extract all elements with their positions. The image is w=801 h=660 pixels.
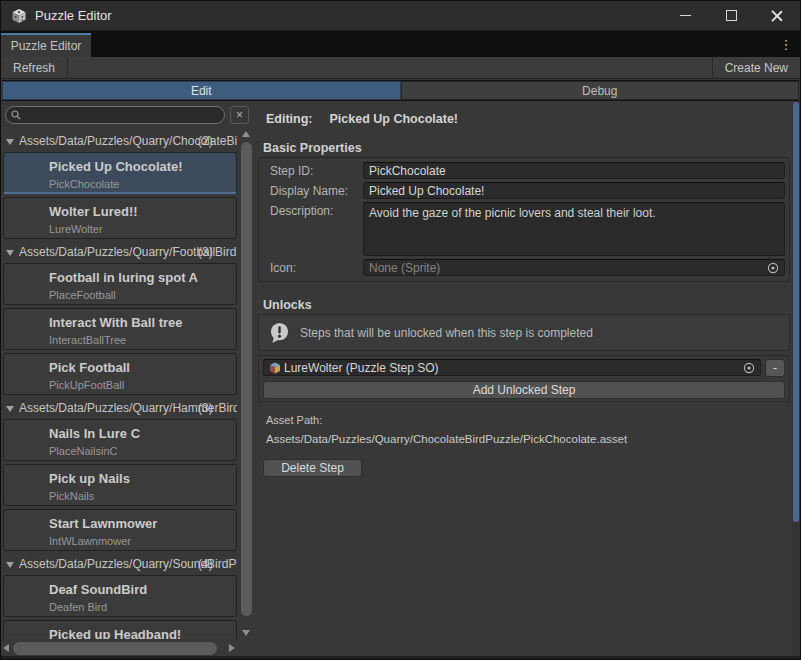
section-foldout-header[interactable]: Assets/Data/Puzzles/Quarry/HammerBirdPuz… bbox=[3, 401, 237, 416]
tab-puzzle-editor[interactable]: Puzzle Editor bbox=[1, 33, 91, 57]
unlock-object-field[interactable]: LureWolter (Puzzle Step SO) bbox=[263, 359, 761, 376]
maximize-button[interactable] bbox=[708, 1, 754, 30]
step-title: Picked up Headband! bbox=[49, 627, 232, 639]
step-id: InteractBallTree bbox=[49, 334, 232, 346]
step-list-item[interactable]: Pick up NailsPickNails bbox=[3, 464, 237, 506]
foldout-arrow-icon bbox=[6, 139, 14, 145]
unlock-object-value: LureWolter (Puzzle Step SO) bbox=[284, 361, 439, 375]
step-list-item[interactable]: Start LawnmowerIntWLawnmower bbox=[3, 509, 237, 551]
description-label: Description: bbox=[263, 202, 363, 256]
remove-unlock-button[interactable]: - bbox=[765, 359, 785, 377]
window-bottom-edge bbox=[1, 656, 800, 659]
scroll-down-arrow-icon[interactable] bbox=[242, 630, 250, 636]
step-title: Pick Football bbox=[49, 360, 232, 375]
step-list-item[interactable]: Pick FootballPickUpFootBall bbox=[3, 353, 237, 395]
step-id: PickChocolate bbox=[49, 178, 232, 190]
sidebar-vertical-scrollbar[interactable] bbox=[240, 129, 253, 638]
step-list-item[interactable]: Nails In Lure CPlaceNailsinC bbox=[3, 419, 237, 461]
sidebar-horizontal-scrollbar[interactable] bbox=[1, 641, 237, 656]
asset-path-value: Assets/Data/Puzzles/Quarry/ChocolateBird… bbox=[266, 433, 627, 445]
editor-scroll-thumb[interactable] bbox=[793, 102, 799, 522]
step-id-input[interactable] bbox=[363, 162, 785, 179]
description-input[interactable]: Avoid the gaze of the picnic lovers and … bbox=[363, 202, 785, 256]
display-name-row: Display Name: bbox=[263, 182, 785, 199]
step-list-item[interactable]: Picked up Headband! bbox=[3, 620, 237, 639]
step-list-item[interactable]: Interact With Ball treeInteractBallTree bbox=[3, 308, 237, 350]
section-count: (3) bbox=[198, 245, 213, 260]
icon-label: Icon: bbox=[263, 259, 363, 276]
step-title: Football in luring spot A bbox=[49, 270, 232, 285]
search-box[interactable] bbox=[5, 106, 225, 124]
basic-properties-title: Basic Properties bbox=[263, 141, 362, 155]
object-picker-icon[interactable] bbox=[743, 362, 755, 374]
description-row: Description: Avoid the gaze of the picni… bbox=[263, 202, 785, 256]
close-button[interactable] bbox=[754, 1, 800, 30]
tab-bar: Puzzle Editor bbox=[1, 31, 800, 57]
step-id: PlaceNailsinC bbox=[49, 445, 232, 457]
unlock-entry-row: LureWolter (Puzzle Step SO) - bbox=[263, 359, 785, 377]
delete-step-button[interactable]: Delete Step bbox=[263, 459, 362, 477]
section-count: (4) bbox=[198, 557, 213, 572]
mode-toggle: Edit Debug bbox=[2, 80, 799, 101]
unlocks-list-box: LureWolter (Puzzle Step SO) - Add Unlock… bbox=[258, 355, 790, 402]
title-bar: Puzzle Editor bbox=[1, 1, 800, 31]
display-name-label: Display Name: bbox=[263, 182, 363, 199]
window-controls bbox=[662, 1, 800, 30]
section-foldout-header[interactable]: Assets/Data/Puzzles/Quarry/FootballBirdP… bbox=[3, 245, 237, 260]
tab-edit[interactable]: Edit bbox=[2, 81, 401, 100]
content-area: × Assets/Data/Puzzles/Quarry/ChocolateBi… bbox=[1, 102, 800, 659]
tab-debug[interactable]: Debug bbox=[401, 81, 800, 100]
editing-label: Editing: bbox=[266, 112, 313, 126]
search-clear-button[interactable]: × bbox=[230, 106, 249, 124]
scriptable-object-icon bbox=[269, 362, 281, 374]
editing-step-name: Picked Up Chocolate! bbox=[330, 112, 459, 126]
step-title: Start Lawnmower bbox=[49, 516, 232, 531]
step-id: Deafen Bird bbox=[49, 601, 232, 613]
vertical-scroll-thumb[interactable] bbox=[241, 142, 252, 616]
icon-row: Icon: None (Sprite) bbox=[263, 259, 785, 276]
kebab-menu-icon[interactable] bbox=[778, 34, 794, 54]
foldout-arrow-icon bbox=[6, 406, 14, 412]
info-bubble-icon bbox=[268, 321, 291, 344]
step-list-item[interactable]: Deaf SoundBirdDeafen Bird bbox=[3, 575, 237, 617]
icon-object-field[interactable]: None (Sprite) bbox=[363, 259, 785, 276]
step-title: Deaf SoundBird bbox=[49, 582, 232, 597]
step-title: Nails In Lure C bbox=[49, 426, 232, 441]
section-count: (3) bbox=[198, 401, 213, 416]
unlocks-info-text: Steps that will be unlocked when this st… bbox=[300, 326, 593, 340]
unlocks-helpbox: Steps that will be unlocked when this st… bbox=[258, 314, 790, 351]
editor-vertical-scrollbar[interactable] bbox=[792, 102, 800, 656]
step-id: PlaceFootball bbox=[49, 289, 232, 301]
step-list-item[interactable]: Wolter Lured!!LureWolter bbox=[3, 197, 237, 239]
section-count: (2) bbox=[198, 134, 213, 149]
basic-properties-box: Step ID: Display Name: Description: Avoi… bbox=[258, 157, 790, 282]
icon-object-value: None (Sprite) bbox=[369, 261, 440, 275]
display-name-input[interactable] bbox=[363, 182, 785, 199]
add-unlocked-step-button[interactable]: Add Unlocked Step bbox=[263, 381, 785, 399]
step-list-item[interactable]: Football in luring spot APlaceFootball bbox=[3, 263, 237, 305]
scroll-up-arrow-icon[interactable] bbox=[242, 131, 250, 137]
object-picker-icon[interactable] bbox=[767, 262, 779, 274]
foldout-arrow-icon bbox=[6, 250, 14, 256]
section-foldout-header[interactable]: Assets/Data/Puzzles/Quarry/SoundBirdPuzz… bbox=[3, 557, 237, 572]
step-sidebar: × Assets/Data/Puzzles/Quarry/ChocolateBi… bbox=[1, 102, 255, 659]
step-id: PickNails bbox=[49, 490, 232, 502]
horizontal-scroll-thumb[interactable] bbox=[13, 642, 217, 655]
section-foldout-header[interactable]: Assets/Data/Puzzles/Quarry/ChocolateBird… bbox=[3, 134, 237, 149]
minimize-button[interactable] bbox=[662, 1, 708, 30]
search-input[interactable] bbox=[25, 108, 219, 122]
step-id-row: Step ID: bbox=[263, 162, 785, 179]
step-id: PickUpFootBall bbox=[49, 379, 232, 391]
step-id: IntWLawnmower bbox=[49, 535, 232, 547]
search-icon bbox=[11, 110, 21, 120]
step-title: Wolter Lured!! bbox=[49, 204, 232, 219]
refresh-button[interactable]: Refresh bbox=[1, 57, 68, 78]
toolbar: Refresh Create New bbox=[1, 57, 800, 79]
step-list-item[interactable]: Picked Up Chocolate!PickChocolate bbox=[3, 152, 237, 194]
scroll-left-arrow-icon[interactable] bbox=[3, 644, 9, 652]
scroll-right-arrow-icon[interactable] bbox=[229, 644, 235, 652]
puzzle-editor-window: Puzzle Editor Puzzle Editor Refresh Crea… bbox=[0, 0, 801, 660]
create-new-button[interactable]: Create New bbox=[712, 57, 800, 78]
maximize-icon bbox=[726, 10, 737, 21]
editing-header: Editing: Picked Up Chocolate! bbox=[266, 112, 458, 126]
